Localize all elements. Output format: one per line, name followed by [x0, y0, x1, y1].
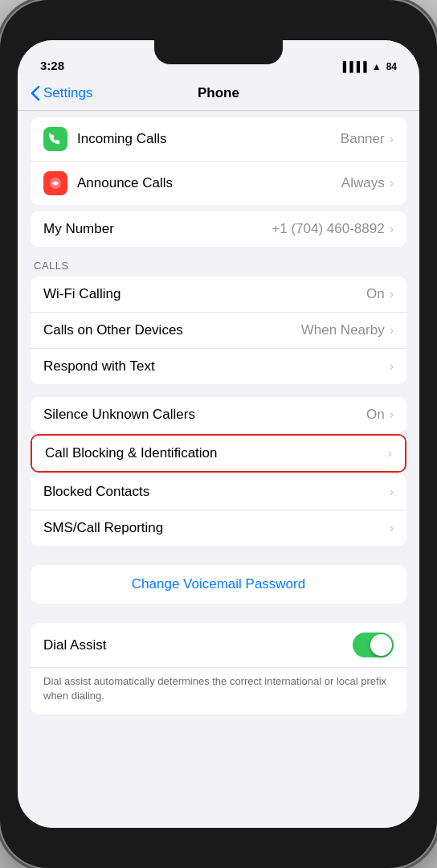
incoming-calls-value: Banner [341, 131, 385, 147]
notch [154, 40, 283, 64]
phone-device: 3:28 ▐▐▐▐ ▲ 84 Settings Phone [0, 0, 437, 868]
blocked-contacts-chevron: › [390, 485, 394, 499]
respond-with-text-chevron: › [390, 359, 394, 374]
respond-with-text-row[interactable]: Respond with Text › [31, 349, 406, 384]
dial-assist-description: Dial assist automatically determines the… [31, 668, 406, 714]
blocking-group: Silence Unknown Callers On › [31, 397, 406, 432]
status-time: 3:28 [40, 59, 64, 72]
blocked-group: Blocked Contacts › SMS/Call Reporting › [31, 474, 406, 546]
content-area: Incoming Calls Banner › [18, 111, 419, 828]
my-number-label: My Number [43, 221, 114, 237]
sms-call-reporting-row[interactable]: SMS/Call Reporting › [31, 510, 406, 546]
phone-icon [48, 132, 63, 146]
incoming-calls-row[interactable]: Incoming Calls Banner › [31, 117, 406, 162]
announce-calls-label: Announce Calls [77, 175, 173, 191]
change-voicemail-link[interactable]: Change Voicemail Password [43, 576, 394, 592]
call-blocking-row[interactable]: Call Blocking & Identification › [32, 436, 405, 471]
wifi-icon: ▲ [372, 61, 382, 72]
calls-other-devices-value: When Nearby [301, 322, 385, 338]
back-label: Settings [43, 85, 92, 101]
wifi-calling-value: On [366, 286, 385, 302]
silence-unknown-callers-chevron: › [390, 407, 394, 422]
voicemail-section[interactable]: Change Voicemail Password [31, 565, 406, 604]
respond-with-text-label: Respond with Text [43, 358, 155, 375]
dial-assist-row[interactable]: Dial Assist [31, 623, 406, 668]
call-blocking-chevron: › [388, 446, 392, 461]
silence-unknown-callers-row[interactable]: Silence Unknown Callers On › [31, 397, 406, 432]
top-settings-group: Incoming Calls Banner › [31, 117, 406, 205]
back-button[interactable]: Settings [31, 85, 92, 101]
incoming-calls-chevron: › [390, 132, 394, 146]
wifi-calling-row[interactable]: Wi-Fi Calling On › [31, 276, 406, 313]
blocked-contacts-row[interactable]: Blocked Contacts › [31, 474, 406, 510]
calls-other-devices-row[interactable]: Calls on Other Devices When Nearby › [31, 313, 406, 349]
silence-unknown-callers-label: Silence Unknown Callers [43, 407, 195, 423]
announce-calls-chevron: › [390, 176, 394, 190]
wifi-calling-chevron: › [390, 287, 394, 301]
my-number-group: My Number +1 (704) 460-8892 › [31, 211, 406, 247]
battery-level: 84 [386, 61, 397, 72]
calls-group: Wi-Fi Calling On › Calls on Other Device… [31, 276, 406, 384]
call-blocking-label: Call Blocking & Identification [45, 445, 218, 461]
my-number-value: +1 (704) 460-8892 [272, 221, 384, 237]
back-chevron-icon [31, 85, 40, 101]
incoming-calls-icon [43, 127, 67, 151]
announce-icon [48, 176, 63, 190]
blocked-contacts-label: Blocked Contacts [43, 484, 149, 500]
call-blocking-highlighted[interactable]: Call Blocking & Identification › [31, 434, 406, 473]
my-number-chevron: › [390, 222, 394, 236]
calls-other-devices-label: Calls on Other Devices [43, 322, 183, 338]
my-number-row[interactable]: My Number +1 (704) 460-8892 › [31, 211, 406, 247]
silence-unknown-callers-value: On [366, 407, 385, 423]
signal-icon: ▐▐▐▐ [340, 61, 367, 72]
calls-section-header: CALLS [18, 247, 419, 276]
announce-calls-icon [43, 171, 67, 195]
toggle-knob [370, 634, 392, 656]
announce-calls-row[interactable]: Announce Calls Always › [31, 162, 406, 205]
calls-section: CALLS Wi-Fi Calling On › Calls on Other … [18, 247, 419, 384]
sms-call-reporting-label: SMS/Call Reporting [43, 520, 163, 536]
calls-other-devices-chevron: › [390, 323, 394, 338]
phone-screen: 3:28 ▐▐▐▐ ▲ 84 Settings Phone [18, 40, 419, 828]
dial-assist-label: Dial Assist [43, 637, 106, 653]
dial-assist-toggle[interactable] [353, 633, 394, 657]
status-icons: ▐▐▐▐ ▲ 84 [340, 61, 397, 72]
incoming-calls-label: Incoming Calls [77, 131, 167, 147]
nav-bar: Settings Phone [18, 76, 419, 111]
sms-call-reporting-chevron: › [390, 521, 394, 535]
page-title: Phone [198, 85, 239, 101]
announce-calls-value: Always [341, 175, 385, 191]
dial-assist-section: Dial Assist Dial assist automatically de… [31, 623, 406, 714]
wifi-calling-label: Wi-Fi Calling [43, 286, 120, 302]
